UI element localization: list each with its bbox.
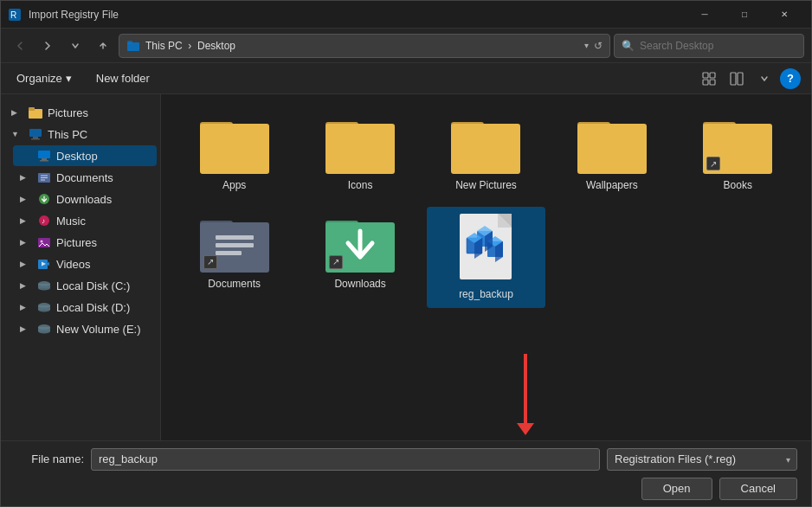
svg-rect-8 — [731, 73, 736, 85]
svg-rect-50 — [577, 124, 647, 169]
svg-rect-11 — [29, 107, 35, 111]
sidebar-item-music[interactable]: ▶ ♪ Music — [13, 210, 157, 231]
expand-icon: ▶ — [20, 260, 32, 268]
filetype-select[interactable]: Registration Files (*.reg) All Files (*.… — [607, 448, 797, 471]
arrow-line — [524, 354, 527, 423]
maximize-button[interactable]: □ — [725, 1, 764, 29]
folder-icon-new-pictures — [451, 115, 520, 174]
organize-label: Organize — [16, 72, 62, 85]
sidebar-item-label: Documents — [56, 171, 113, 184]
reg-file-icon — [456, 214, 515, 283]
expand-icon: ▶ — [20, 324, 32, 333]
view-icon2-button[interactable] — [725, 67, 749, 91]
back-button[interactable] — [8, 34, 32, 58]
file-item-icons[interactable]: Icons — [300, 108, 419, 200]
address-dropdown-icon[interactable]: ▾ — [584, 41, 589, 50]
arrow-indicator — [517, 354, 534, 435]
sidebar: ▶ Pictures ▼ — [1, 94, 161, 440]
file-item-new-pictures[interactable]: New Pictures — [427, 108, 545, 200]
cancel-button[interactable]: Cancel — [719, 478, 797, 500]
svg-rect-17 — [40, 160, 48, 162]
file-item-apps[interactable]: Apps — [175, 108, 293, 200]
new-folder-button[interactable]: New folder — [91, 68, 155, 88]
toolbar-right: ? — [697, 67, 801, 91]
svg-point-26 — [41, 241, 43, 243]
organize-arrow: ▾ — [66, 72, 72, 85]
file-label: Books — [724, 179, 752, 193]
sidebar-item-downloads[interactable]: ▶ Downloads — [13, 189, 157, 209]
svg-rect-14 — [31, 138, 40, 140]
toolbar: Organize ▾ New folder — [1, 63, 811, 94]
help-button[interactable]: ? — [780, 68, 801, 89]
sidebar-item-thispc[interactable]: ▼ This PC — [4, 124, 157, 144]
file-item-downloads[interactable]: ↗ Downloads — [300, 207, 419, 309]
file-label: Wallpapers — [586, 179, 638, 193]
filetype-select-wrapper[interactable]: Registration Files (*.reg) All Files (*.… — [607, 448, 797, 471]
expand-icon: ▶ — [11, 108, 23, 117]
svg-point-35 — [38, 308, 50, 312]
svg-rect-16 — [42, 158, 47, 160]
organize-button[interactable]: Organize ▾ — [11, 68, 77, 88]
sidebar-item-desktop[interactable]: Desktop — [13, 145, 157, 166]
svg-point-32 — [38, 286, 50, 291]
file-item-books[interactable]: ↗ Books — [679, 108, 797, 200]
sidebar-item-disk-e[interactable]: ▶ New Volume (E:) — [13, 318, 157, 339]
main-area: ▶ Pictures ▼ — [1, 94, 811, 440]
filename-label: File name: — [15, 452, 84, 465]
expand-icon: ▶ — [20, 173, 32, 182]
file-grid: Apps Icons — [175, 108, 797, 308]
sidebar-item-disk-d[interactable]: ▶ Local Disk (D:) — [13, 297, 157, 318]
refresh-button[interactable]: ↺ — [594, 40, 603, 52]
expand-icon: ▶ — [20, 303, 32, 311]
arrow-head — [517, 423, 534, 435]
address-bar[interactable]: This PC › Desktop ▾ ↺ — [119, 34, 610, 58]
sidebar-item-label: Downloads — [56, 193, 112, 206]
view-icon-button[interactable] — [697, 67, 721, 91]
svg-rect-12 — [29, 129, 42, 137]
view-dropdown-button[interactable] — [752, 67, 777, 91]
sidebar-item-disk-c[interactable]: ▶ Local Disk (C:) — [13, 275, 157, 296]
file-item-wallpapers[interactable]: Wallpapers — [552, 108, 671, 200]
search-icon: 🔍 — [622, 40, 635, 52]
svg-rect-3 — [127, 41, 132, 44]
shortcut-arrow-icon: ↗ — [203, 255, 217, 269]
disk-e-icon — [37, 322, 51, 336]
action-buttons: Open Cancel — [641, 478, 797, 500]
file-item-reg-backup[interactable]: reg_backup — [427, 207, 545, 309]
svg-rect-41 — [200, 124, 269, 169]
svg-text:♪: ♪ — [42, 217, 45, 225]
file-item-documents[interactable]: ↗ Documents — [175, 207, 293, 309]
file-label: Icons — [348, 179, 373, 193]
file-area: Apps Icons — [161, 94, 811, 440]
svg-rect-6 — [703, 80, 708, 85]
sidebar-item-label: Pictures — [56, 236, 97, 249]
sidebar-item-label: Music — [56, 215, 86, 228]
sidebar-item-label: New Volume (E:) — [56, 323, 141, 336]
search-bar[interactable]: 🔍 — [614, 34, 804, 58]
filename-input[interactable] — [91, 448, 600, 471]
action-row: Open Cancel — [15, 478, 797, 500]
sidebar-item-pictures[interactable]: ▶ Pictures — [4, 102, 157, 123]
up-button[interactable] — [91, 34, 115, 58]
open-button[interactable]: Open — [641, 478, 712, 500]
thispc-icon — [29, 127, 42, 141]
svg-rect-59 — [216, 251, 242, 255]
expand-icon: ▶ — [20, 216, 32, 225]
expand-icon: ▶ — [20, 238, 32, 247]
minimize-button[interactable]: ─ — [685, 1, 725, 29]
search-input[interactable] — [640, 40, 796, 52]
documents-icon — [37, 170, 51, 184]
sidebar-item-videos[interactable]: ▶ Videos — [13, 254, 157, 274]
close-button[interactable]: ✕ — [764, 1, 804, 29]
nav-bar: This PC › Desktop ▾ ↺ 🔍 — [1, 29, 811, 63]
sidebar-item-documents[interactable]: ▶ Documents — [13, 167, 157, 188]
window-icon: R — [8, 8, 22, 22]
new-folder-label: New folder — [96, 72, 150, 85]
file-label: Downloads — [334, 278, 385, 292]
file-label: Apps — [222, 179, 246, 193]
dropdown-recent-button[interactable] — [63, 34, 87, 58]
svg-rect-58 — [216, 243, 254, 247]
forward-button[interactable] — [35, 34, 60, 58]
shortcut-arrow-icon: ↗ — [706, 157, 720, 170]
sidebar-item-pictures2[interactable]: ▶ Pictures — [13, 232, 157, 253]
